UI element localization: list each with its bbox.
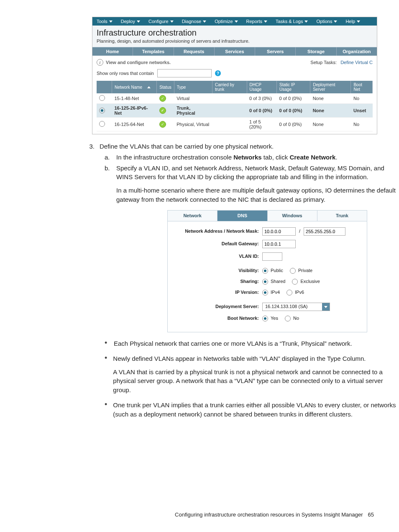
bootnetwork-option[interactable]: Yes (262, 315, 278, 322)
substep-b-text: Specify a VLAN ID, and set Network Addre… (116, 164, 399, 182)
filter-input[interactable] (157, 69, 212, 77)
form-tab-network[interactable]: Network (168, 211, 217, 221)
tab-servers[interactable]: Servers (255, 47, 296, 56)
tab-templates[interactable]: Templates (133, 47, 174, 56)
cell-dhcp: 0 of 0 (0%) (247, 104, 277, 118)
filter-label: Show only rows that contain (97, 71, 154, 76)
networks-screenshot: ToolsDeployConfigureDiagnoseOptimizeRepo… (92, 17, 377, 134)
tab-services[interactable]: Services (215, 47, 255, 56)
table-row[interactable]: 16-125-26-IPv6-Net✓Trunk, Physical0 of 0… (97, 104, 373, 118)
ipversion-label: IP Version: (171, 289, 259, 296)
cell-deploy: None (310, 118, 351, 131)
cell-trunk (212, 118, 247, 131)
col-header[interactable]: Status (157, 81, 174, 93)
tab-organization[interactable]: Organization (337, 47, 377, 56)
chevron-down-icon (203, 21, 206, 23)
tab-storage[interactable]: Storage (296, 47, 336, 56)
menu-help[interactable]: Help (341, 17, 364, 26)
cell-type: Virtual (174, 93, 212, 104)
view-configure-label: View and configure networks. (106, 60, 171, 65)
cell-type: Physical, Virtual (174, 118, 212, 131)
visibility-label: Visibility: (171, 267, 259, 274)
cell-static: 0 of 0 (0%) (277, 118, 310, 131)
cell-type: Trunk, Physical (174, 104, 212, 118)
sharing-option[interactable]: Exclusive (292, 278, 320, 285)
form-tab-dns[interactable]: DNS (217, 211, 267, 221)
tab-requests[interactable]: Requests (174, 47, 215, 56)
visibility-option[interactable]: Private (290, 267, 312, 274)
col-header[interactable]: DHCP Usage (247, 81, 277, 93)
network-mask-input[interactable] (304, 227, 345, 236)
sharing-option[interactable]: Shared (262, 278, 285, 285)
chevron-down-icon (322, 303, 330, 311)
status-ok-icon: ✓ (159, 107, 166, 114)
cell-trunk (212, 93, 247, 104)
cell-boot: No (351, 118, 373, 131)
cell-name: 16-125-26-IPv6-Net (112, 104, 157, 118)
menu-optimize[interactable]: Optimize (210, 17, 242, 26)
substep-a-letter: a. (105, 153, 112, 162)
bullet-2-para: A VLAN that is carried by a physical tru… (113, 368, 399, 395)
chevron-down-icon (109, 21, 113, 23)
vlan-label: VLAN ID: (171, 253, 259, 260)
tab-home[interactable]: Home (92, 47, 133, 56)
radio-icon (285, 316, 291, 321)
define-virtual-link[interactable]: Define Virtual C (340, 60, 373, 65)
cell-trunk (212, 104, 247, 118)
chevron-down-icon (357, 21, 360, 23)
row-radio[interactable] (99, 121, 105, 127)
help-icon[interactable]: ? (215, 70, 221, 76)
row-radio[interactable] (99, 95, 105, 101)
ipversion-option[interactable]: IPv4 (262, 289, 280, 296)
radio-icon (262, 290, 268, 296)
chevron-down-icon (137, 21, 140, 23)
radio-icon (262, 268, 268, 274)
bullet-icon: • (105, 354, 107, 395)
sharing-label: Sharing: (171, 278, 259, 285)
form-tabs: NetworkDNSWindowsTrunk (167, 210, 367, 222)
form-tab-windows[interactable]: Windows (268, 211, 317, 221)
menu-tools[interactable]: Tools (92, 17, 117, 26)
menu-diagnose[interactable]: Diagnose (178, 17, 210, 26)
default-gateway-input[interactable] (262, 240, 296, 248)
page-number: 65 (368, 511, 374, 518)
col-header[interactable]: Type (174, 81, 212, 93)
gateway-label: Default Gateway: (171, 241, 259, 247)
info-icon: i (97, 59, 103, 66)
deploy-server-select[interactable]: 16.124.133.108 (SA) (262, 303, 330, 311)
visibility-option[interactable]: Public (262, 267, 283, 274)
cell-name: 15-1-48-Net (112, 93, 157, 104)
radio-icon (262, 316, 268, 321)
bullet-3: One trunk per VLAN implies that a trunk … (113, 401, 399, 419)
form-tab-trunk[interactable]: Trunk (317, 211, 367, 221)
menu-configure[interactable]: Configure (144, 17, 178, 26)
chevron-down-icon (235, 21, 238, 23)
col-header[interactable]: Deployment Server (310, 81, 351, 93)
menu-options[interactable]: Options (312, 17, 341, 26)
bullet-1: Each Physical network that carries one o… (114, 339, 352, 348)
table-row[interactable]: 16-125-64-Net✓Physical, Virtual1 of 5 (2… (97, 118, 373, 131)
ipversion-option[interactable]: IPv6 (286, 289, 304, 296)
menu-taskslogs[interactable]: Tasks & Logs (271, 17, 312, 26)
chevron-down-icon (304, 21, 308, 23)
vlan-id-input[interactable] (262, 252, 282, 261)
bootnetwork-option[interactable]: No (285, 315, 299, 322)
menu-reports[interactable]: Reports (242, 17, 272, 26)
col-header[interactable]: Network Name (112, 81, 157, 93)
network-address-input[interactable] (262, 227, 296, 236)
bullet-icon: • (105, 339, 108, 348)
setup-tasks-label: Setup Tasks: (310, 60, 337, 65)
substep-b-letter: b. (105, 164, 112, 182)
cell-boot: Unset (351, 104, 373, 118)
col-header[interactable]: Carried by trunk (212, 81, 247, 93)
row-radio[interactable] (99, 108, 105, 113)
network-form-screenshot: NetworkDNSWindowsTrunk Network Address /… (167, 210, 367, 333)
col-header[interactable] (97, 81, 112, 93)
cell-static: 0 of 0 (0%) (277, 104, 310, 118)
menu-deploy[interactable]: Deploy (117, 17, 144, 26)
col-header[interactable]: Boot Net (351, 81, 373, 93)
table-row[interactable]: 15-1-48-Net✓Virtual0 of 3 (0%)0 of 0 (0%… (97, 93, 373, 104)
col-header[interactable]: Static IP Usage (277, 81, 310, 93)
cell-name: 16-125-64-Net (112, 118, 157, 131)
cell-static: 0 of 0 (0%) (277, 93, 310, 104)
